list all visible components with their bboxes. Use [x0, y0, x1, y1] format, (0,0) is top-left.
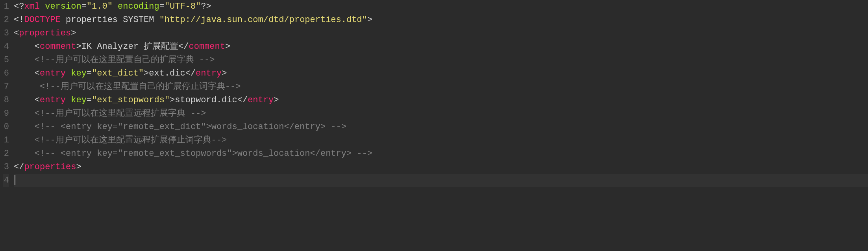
line-number: 8 — [3, 94, 9, 107]
tag-name: entry — [40, 95, 66, 105]
tag-name: properties — [19, 28, 71, 38]
code-line[interactable]: <?xml version="1.0" encoding="UTF-8"?> — [14, 0, 868, 13]
code-line[interactable]: <!-- <entry key="remote_ext_dict">words_… — [14, 120, 868, 134]
code-line[interactable]: <!--用户可以在这里配置自己的扩展停止词字典--> — [14, 80, 868, 94]
tag-name: entry — [196, 68, 222, 78]
tag-name: comment — [189, 42, 225, 52]
code-line[interactable]: <!-- <entry key="remote_ext_stopwords">w… — [14, 147, 868, 161]
pi-close: ?> — [201, 2, 211, 11]
xml-comment: <!-- <entry key="remote_ext_stopwords">w… — [35, 149, 372, 159]
text-content: stopword.dic — [175, 95, 237, 105]
attr-value: "UTF-8" — [165, 2, 201, 11]
xml-comment: <!-- <entry key="remote_ext_dict">words_… — [35, 122, 346, 132]
attr-value: "ext_dict" — [92, 68, 144, 78]
code-line[interactable]: </properties> — [14, 161, 868, 174]
attr-value: "1.0" — [87, 2, 113, 11]
tag-name: entry — [248, 95, 274, 105]
text-cursor — [15, 175, 15, 185]
line-number: 3 — [3, 27, 9, 40]
attr-name: version — [45, 2, 81, 11]
tag-name: comment — [40, 42, 76, 52]
attr-name: key — [71, 68, 87, 78]
line-number: 2 — [3, 13, 9, 27]
tag-name: properties — [24, 162, 76, 172]
line-number: 4 — [3, 174, 9, 187]
code-line[interactable]: <entry key="ext_dict">ext.dic</entry> — [14, 67, 868, 80]
text-content: ext.dic — [149, 68, 185, 78]
code-line[interactable]: <properties> — [14, 27, 868, 40]
line-number: 2 — [3, 147, 9, 161]
code-line[interactable]: <comment>IK Analyzer 扩展配置</comment> — [14, 40, 868, 54]
xml-comment: <!--用户可以在这里配置自己的扩展字典 --> — [35, 55, 215, 65]
code-area[interactable]: <?xml version="1.0" encoding="UTF-8"?> <… — [14, 0, 868, 187]
line-number: 0 — [3, 120, 9, 134]
xml-tag: xml — [24, 2, 40, 11]
pi-open: <? — [14, 2, 24, 11]
line-number: 9 — [3, 107, 9, 120]
code-line-active[interactable] — [14, 174, 868, 187]
line-number: 3 — [3, 161, 9, 174]
line-number: 1 — [3, 0, 9, 13]
line-number: 6 — [3, 67, 9, 80]
line-number-gutter: 1 2 3 4 5 6 7 8 9 0 1 2 3 4 — [0, 0, 14, 187]
attr-name: encoding — [118, 2, 159, 11]
line-number: 1 — [3, 134, 9, 147]
attr-value: "ext_stopwords" — [92, 95, 170, 105]
code-line[interactable]: <entry key="ext_stopwords">stopword.dic<… — [14, 94, 868, 107]
code-line[interactable]: <!--用户可以在这里配置自己的扩展字典 --> — [14, 54, 868, 67]
doctype-keyword: DOCTYPE — [24, 15, 60, 25]
xml-comment: <!--用户可以在这里配置远程扩展停止词字典--> — [35, 135, 227, 145]
code-line[interactable]: <!DOCTYPE properties SYSTEM "http://java… — [14, 13, 868, 27]
code-editor[interactable]: 1 2 3 4 5 6 7 8 9 0 1 2 3 4 <?xml versio… — [0, 0, 868, 187]
attr-name: key — [71, 95, 87, 105]
line-number: 5 — [3, 54, 9, 67]
tag-name: entry — [40, 68, 66, 78]
line-number: 7 — [3, 80, 9, 94]
xml-comment: <!--用户可以在这里配置远程扩展字典 --> — [35, 109, 206, 118]
xml-comment: <!--用户可以在这里配置自己的扩展停止词字典--> — [40, 82, 241, 92]
dtd-url: "http://java.sun.com/dtd/properties.dtd" — [159, 15, 367, 25]
code-line[interactable]: <!--用户可以在这里配置远程扩展字典 --> — [14, 107, 868, 120]
text-content: IK Analyzer 扩展配置 — [81, 42, 178, 52]
code-line[interactable]: <!--用户可以在这里配置远程扩展停止词字典--> — [14, 134, 868, 147]
line-number: 4 — [3, 40, 9, 54]
